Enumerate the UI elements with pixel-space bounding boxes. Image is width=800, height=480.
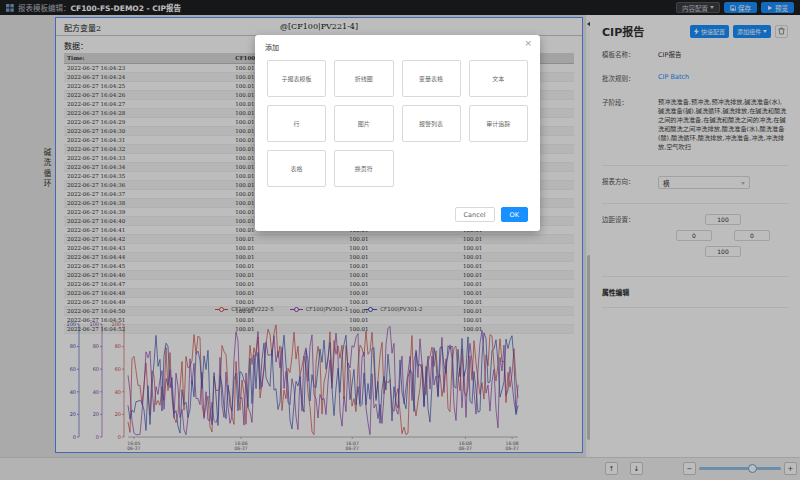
close-icon[interactable]: ×	[524, 39, 532, 48]
modal-add-item[interactable]: 折线图	[334, 60, 393, 97]
modal-add-item[interactable]: 报警列表	[402, 105, 461, 142]
ok-button[interactable]: OK	[501, 207, 528, 222]
modal-add-item[interactable]: 换页符	[334, 150, 393, 187]
modal-add-item[interactable]: 行	[267, 105, 326, 142]
modal-grid: 子报表模板折线图变量表格文本行图片报警列表审计追踪表格换页符	[255, 56, 540, 201]
modal-footer: Cancel OK	[255, 201, 540, 231]
modal-add-item[interactable]: 子报表模板	[267, 60, 326, 97]
modal-title: 添加	[265, 44, 279, 52]
cancel-button[interactable]: Cancel	[455, 207, 495, 222]
modal-add-item[interactable]: 审计追踪	[469, 105, 528, 142]
modal-add-item[interactable]: 表格	[267, 150, 326, 187]
add-component-modal: 添加 × 子报表模板折线图变量表格文本行图片报警列表审计追踪表格换页符 Canc…	[255, 35, 540, 231]
modal-add-item[interactable]: 图片	[334, 105, 393, 142]
modal-header: 添加 ×	[255, 35, 540, 56]
modal-add-item[interactable]: 变量表格	[402, 60, 461, 97]
modal-add-item[interactable]: 文本	[469, 60, 528, 97]
